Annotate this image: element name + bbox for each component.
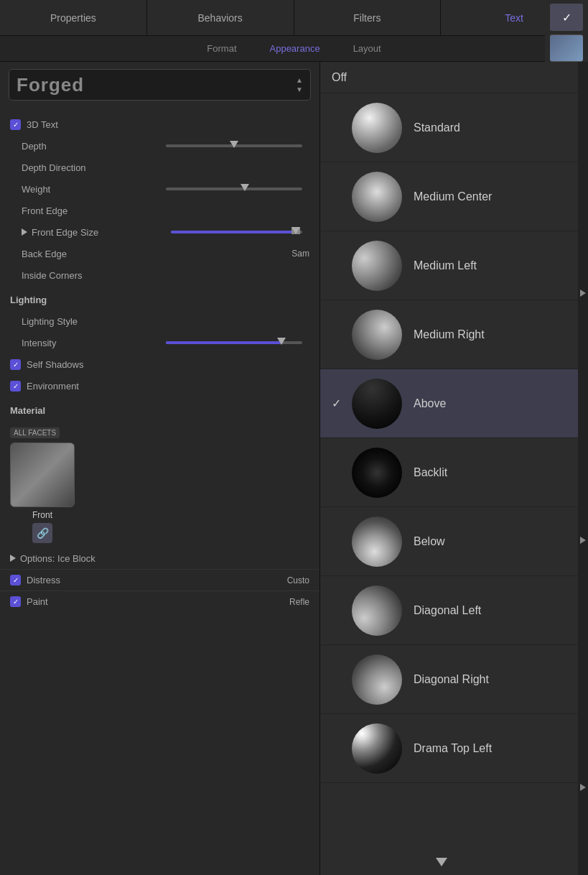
tab-filters[interactable]: Filters bbox=[294, 0, 442, 35]
weight-slider[interactable] bbox=[166, 188, 303, 190]
mini-thumbnail bbox=[550, 35, 583, 61]
row-self-shadows[interactable]: ✓ Self Shadows bbox=[0, 353, 319, 375]
dropdown-label-3: Medium Left bbox=[414, 259, 477, 272]
checkmark-5: ✓ bbox=[332, 397, 346, 410]
section-lighting: Lighting bbox=[0, 289, 319, 310]
dropdown-label-4: Medium Right bbox=[414, 328, 485, 341]
material-thumbnail[interactable] bbox=[10, 443, 75, 507]
forged-input[interactable]: Forged ▲ ▼ bbox=[9, 69, 311, 101]
check-icon-self-shadows: ✓ bbox=[13, 361, 19, 369]
material-section: ALL FACETS Front 🔗 bbox=[0, 421, 319, 547]
properties-list: ✓ 3D Text Depth Depth Direction Weight F… bbox=[0, 108, 319, 618]
dropdown-label-5: Above bbox=[414, 397, 446, 410]
ball-preview-2 bbox=[352, 172, 402, 222]
row-intensity: Intensity bbox=[0, 332, 319, 353]
checkbox-environment[interactable]: ✓ bbox=[10, 381, 21, 392]
dropdown-item-drama-top-left[interactable]: Drama Top Left bbox=[320, 714, 578, 783]
ball-preview-6 bbox=[352, 448, 402, 498]
dropdown-label-10: Drama Top Left bbox=[414, 742, 492, 755]
check-icon-box-1: ✓ bbox=[550, 4, 583, 31]
intensity-slider[interactable] bbox=[166, 341, 303, 344]
checkbox-distress[interactable]: ✓ bbox=[10, 575, 21, 585]
dropdown-label-0: Off bbox=[332, 71, 347, 84]
arrow-up-icon: ▲ bbox=[296, 76, 303, 84]
top-right-panel: ✓ bbox=[545, 0, 588, 62]
sub-tab-appearance[interactable]: Appearance bbox=[264, 40, 326, 57]
dropdown-item-below[interactable]: Below bbox=[320, 507, 578, 576]
slider-track bbox=[171, 231, 296, 233]
checkmark-icon-1: ✓ bbox=[562, 11, 571, 24]
row-inside-corners: Inside Corners bbox=[0, 264, 319, 286]
link-icon: 🔗 bbox=[37, 527, 49, 539]
depth-slider[interactable] bbox=[166, 144, 303, 147]
scroll-arrow-1 bbox=[580, 290, 586, 297]
scroll-down-arrow-icon bbox=[436, 858, 447, 866]
row-environment[interactable]: ✓ Environment bbox=[0, 375, 319, 397]
dropdown-item-diagonal-right[interactable]: Diagonal Right bbox=[320, 645, 578, 714]
dropdown-item-medium-center[interactable]: Medium Center bbox=[320, 162, 578, 231]
dropdown-label-7: Below bbox=[414, 535, 445, 548]
row-back-edge: Back Edge Sam bbox=[0, 243, 319, 264]
checkbox-paint[interactable]: ✓ bbox=[10, 596, 21, 607]
ball-preview-9 bbox=[352, 654, 402, 705]
check-icon-distress: ✓ bbox=[13, 576, 19, 584]
lighting-style-dropdown[interactable]: OffStandardMedium CenterMedium LeftMediu… bbox=[319, 62, 578, 875]
row-depth: Depth bbox=[0, 135, 319, 157]
ball-preview-8 bbox=[352, 585, 402, 636]
link-icon-box[interactable]: 🔗 bbox=[32, 523, 52, 543]
dropdown-label-2: Medium Center bbox=[414, 190, 492, 203]
check-icon-paint: ✓ bbox=[13, 598, 19, 606]
arrow-down-icon: ▼ bbox=[296, 85, 303, 93]
check-icon-environment: ✓ bbox=[13, 382, 19, 390]
dropdown-item-standard[interactable]: Standard bbox=[320, 93, 578, 162]
dropdown-item-diagonal-left[interactable]: Diagonal Left bbox=[320, 576, 578, 645]
ball-preview-1 bbox=[352, 103, 402, 153]
tab-properties[interactable]: Properties bbox=[0, 0, 147, 35]
row-weight: Weight bbox=[0, 178, 319, 200]
left-panel: Forged ▲ ▼ ✓ 3D Text Depth Depth Directi… bbox=[0, 62, 319, 875]
intensity-thumb bbox=[277, 338, 286, 345]
front-edge-size-slider[interactable] bbox=[171, 231, 303, 233]
ball-preview-5 bbox=[352, 379, 402, 429]
ball-preview-4 bbox=[352, 310, 402, 360]
row-front-edge: Front Edge bbox=[0, 200, 319, 221]
dropdown-label-8: Diagonal Left bbox=[414, 604, 481, 617]
row-lighting-style: Lighting Style bbox=[0, 310, 319, 332]
row-distress[interactable]: ✓ Distress Custo bbox=[0, 569, 319, 591]
weight-thumb bbox=[241, 184, 249, 191]
sub-tab-bar: Format Appearance Layout bbox=[0, 36, 588, 62]
dropdown-label-9: Diagonal Right bbox=[414, 673, 489, 686]
sub-tab-layout[interactable]: Layout bbox=[347, 40, 387, 57]
checkbox-3d-text[interactable]: ✓ bbox=[10, 119, 21, 130]
expand-icon bbox=[22, 228, 27, 236]
row-options[interactable]: Options: Ice Block bbox=[0, 547, 319, 569]
intensity-track bbox=[166, 341, 282, 344]
dropdown-item-backlit[interactable]: Backlit bbox=[320, 438, 578, 507]
row-paint[interactable]: ✓ Paint Refle bbox=[0, 591, 319, 612]
ball-preview-7 bbox=[352, 517, 402, 567]
forged-text: Forged bbox=[17, 74, 84, 96]
row-3d-text[interactable]: ✓ 3D Text bbox=[0, 114, 319, 135]
sub-tab-format[interactable]: Format bbox=[201, 40, 242, 57]
scroll-arrow-2 bbox=[580, 537, 586, 544]
checkbox-self-shadows[interactable]: ✓ bbox=[10, 359, 21, 370]
dropdown-label-1: Standard bbox=[414, 121, 460, 134]
dropdown-item-above[interactable]: ✓Above bbox=[320, 369, 578, 438]
dropdown-item-off[interactable]: Off bbox=[320, 62, 578, 93]
forged-arrows[interactable]: ▲ ▼ bbox=[296, 76, 303, 93]
ball-preview-10 bbox=[352, 723, 402, 774]
row-front-edge-size[interactable]: Front Edge Size bbox=[0, 221, 319, 243]
preview-thumb bbox=[550, 34, 583, 62]
tab-bar: Properties Behaviors Filters Text ✓ bbox=[0, 0, 588, 36]
dropdown-scroll-down[interactable] bbox=[434, 855, 449, 869]
tab-behaviors[interactable]: Behaviors bbox=[147, 0, 294, 35]
check-icon-3d-text: ✓ bbox=[13, 121, 19, 129]
options-expand-icon bbox=[10, 555, 16, 562]
dropdown-item-medium-right[interactable]: Medium Right bbox=[320, 300, 578, 369]
dropdown-item-medium-left[interactable]: Medium Left bbox=[320, 231, 578, 300]
front-edge-size-thumb bbox=[291, 227, 300, 234]
depth-thumb bbox=[230, 141, 238, 148]
dropdown-label-6: Backlit bbox=[414, 466, 447, 479]
section-material: Material bbox=[0, 399, 319, 421]
ball-preview-3 bbox=[352, 241, 402, 291]
